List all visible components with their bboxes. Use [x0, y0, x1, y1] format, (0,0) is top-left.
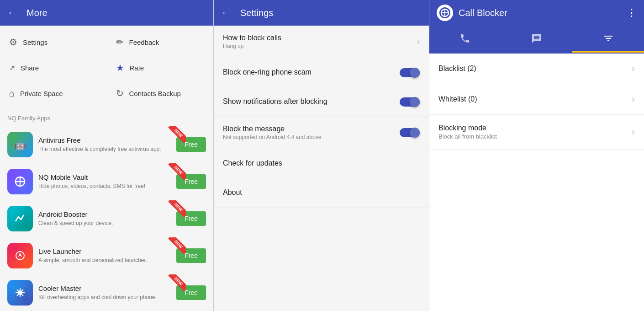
install-button[interactable]: Free: [176, 174, 206, 189]
menu-contacts-backup[interactable]: ↻ Contacts Backup: [107, 80, 214, 106]
settings-item-about[interactable]: About: [214, 178, 429, 208]
list-item[interactable]: NQ Mobile Vault Hide photos, videos, con…: [0, 163, 213, 200]
toggle-thumb: [410, 68, 420, 78]
settings-label: Settings: [23, 38, 48, 46]
tab-messages[interactable]: [501, 26, 573, 53]
menu-rate[interactable]: ★ Rate: [107, 55, 214, 80]
settings-item-sub: Hang up: [223, 43, 417, 49]
settings-icon: ⚙: [9, 37, 17, 48]
menu-settings[interactable]: ⚙ Settings: [0, 29, 107, 55]
blacklist-item[interactable]: Blacklist (2) ›: [429, 54, 644, 84]
svg-text:🤖: 🤖: [15, 139, 26, 150]
install-button[interactable]: Free: [176, 285, 206, 300]
blocking-mode-title: Blocking mode: [438, 124, 632, 132]
section-label: NQ Family Apps: [0, 110, 213, 126]
settings-list: How to block calls Hang up › Block one-r…: [214, 26, 429, 311]
menu-share[interactable]: ↗ Share: [0, 55, 107, 80]
middle-panel: ← Settings How to block calls Hang up › …: [214, 0, 429, 311]
middle-title: Settings: [240, 8, 422, 18]
toggle-notifications[interactable]: [400, 97, 420, 107]
blocking-mode-sub: Block all from blacklist: [438, 133, 632, 140]
feedback-label: Feedback: [129, 38, 159, 46]
rate-label: Rate: [130, 64, 144, 72]
middle-back-button[interactable]: ←: [221, 7, 231, 19]
app-name: Cooler Master: [38, 284, 176, 292]
toggle-block-message[interactable]: [400, 127, 420, 138]
refresh-icon: ↻: [116, 88, 124, 99]
list-item[interactable]: Live Launcher A simple, smooth and perso…: [0, 237, 213, 274]
settings-item-text: Check for updates: [223, 159, 420, 168]
whitelist-item[interactable]: Whitelist (0) ›: [429, 84, 644, 115]
feedback-icon: ✏: [116, 37, 124, 48]
app-name: NQ Mobile Vault: [38, 173, 176, 181]
blacklist-text: Blacklist (2): [438, 64, 632, 73]
settings-item-title: How to block calls: [223, 34, 417, 42]
app-desc: A simple, smooth and personalized launch…: [38, 257, 176, 264]
settings-item-text: Block the message Not supported on Andro…: [223, 125, 400, 140]
app-info: Antivirus Free The most effective & comp…: [38, 136, 176, 153]
install-button[interactable]: Free: [176, 248, 206, 263]
call-blocker-tabs: [429, 26, 644, 54]
settings-item-title: About: [223, 188, 420, 197]
chevron-right-icon: ›: [632, 126, 635, 138]
right-header: Call Blocker ⋮: [429, 0, 644, 26]
settings-item-block-calls[interactable]: How to block calls Hang up ›: [214, 26, 429, 58]
toggle-ring-scam[interactable]: [400, 67, 420, 78]
booster-icon: [7, 206, 33, 231]
settings-item-block-message[interactable]: Block the message Not supported on Andro…: [214, 117, 429, 149]
app-info: Android Booster Clean & speed up your de…: [38, 210, 176, 227]
list-item[interactable]: Cooler Master Kill overheating apps and …: [0, 274, 213, 311]
app-name: Live Launcher: [38, 247, 176, 255]
tab-phone[interactable]: [429, 26, 501, 53]
install-button[interactable]: Free: [176, 211, 206, 226]
share-icon: ↗: [9, 64, 15, 72]
antivirus-icon: 🤖: [7, 132, 33, 157]
left-back-button[interactable]: ←: [7, 7, 17, 19]
settings-item-updates[interactable]: Check for updates: [214, 149, 429, 178]
settings-item-text: About: [223, 188, 420, 198]
toggle-thumb: [410, 97, 420, 107]
app-desc: Kill overheating apps and cool down your…: [38, 294, 176, 301]
settings-item-text: How to block calls Hang up: [223, 34, 417, 49]
install-button[interactable]: Free: [176, 137, 206, 152]
contacts-backup-label: Contacts Backup: [129, 90, 181, 97]
private-space-label: Private Space: [20, 90, 63, 97]
whitelist-title: Whitelist (0): [438, 95, 632, 103]
chevron-right-icon: ›: [632, 93, 635, 105]
app-info: Live Launcher A simple, smooth and perso…: [38, 247, 176, 264]
settings-item-title: Block one-ring phone scam: [223, 68, 400, 76]
settings-item-sub: Not supported on Android 4.4 and above: [223, 134, 400, 140]
app-desc: Hide photos, videos, contacts, SMS for f…: [38, 182, 176, 190]
menu-private-space[interactable]: ⌂ Private Space: [0, 80, 107, 106]
middle-header: ← Settings: [214, 0, 429, 26]
tab-filter[interactable]: [572, 26, 644, 53]
more-options-icon[interactable]: ⋮: [627, 7, 637, 19]
app-name: Antivirus Free: [38, 136, 176, 144]
menu-feedback[interactable]: ✏ Feedback: [107, 29, 214, 55]
settings-item-title: Check for updates: [223, 159, 420, 167]
right-title: Call Blocker: [459, 8, 627, 18]
app-logo: [437, 5, 453, 21]
settings-item-text: Block one-ring phone scam: [223, 68, 400, 77]
chevron-right-icon: ›: [632, 63, 635, 75]
left-panel: ← More ⚙ Settings ✏ Feedback ↗ Share ★ R…: [0, 0, 214, 311]
list-item[interactable]: 🤖 Antivirus Free The most effective & co…: [0, 126, 213, 163]
right-panel: Call Blocker ⋮ Blacklist (2) ›: [429, 0, 644, 311]
settings-item-text: Show notifications after blocking: [223, 97, 400, 107]
blacklist-title: Blacklist (2): [438, 64, 632, 73]
app-desc: Clean & speed up your device.: [38, 220, 176, 227]
launcher-icon: [7, 243, 33, 268]
vault-icon: [7, 169, 33, 194]
settings-item-title: Show notifications after blocking: [223, 97, 400, 106]
app-info: Cooler Master Kill overheating apps and …: [38, 284, 176, 301]
whitelist-text: Whitelist (0): [438, 95, 632, 103]
settings-item-notifications[interactable]: Show notifications after blocking: [214, 87, 429, 117]
list-item[interactable]: Android Booster Clean & speed up your de…: [0, 200, 213, 237]
blocking-mode-item[interactable]: Blocking mode Block all from blacklist ›: [429, 115, 644, 150]
rate-icon: ★: [116, 62, 124, 73]
home-icon: ⌂: [9, 88, 15, 99]
settings-item-ring-scam[interactable]: Block one-ring phone scam: [214, 58, 429, 87]
chevron-right-icon: ›: [417, 37, 420, 47]
share-label: Share: [21, 64, 39, 72]
toggle-thumb: [410, 128, 420, 138]
